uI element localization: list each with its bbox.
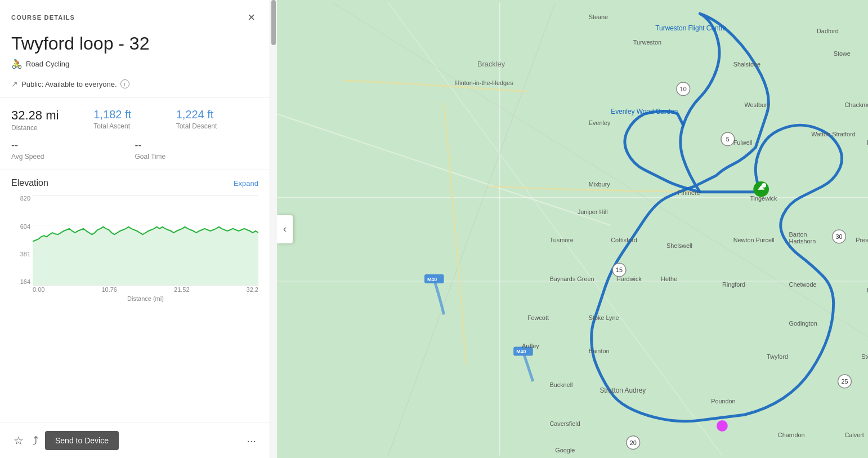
course-details-label: COURSE DETAILS (11, 14, 75, 21)
svg-point-27 (717, 420, 728, 432)
x-label-10: 10.76 (101, 286, 117, 293)
svg-text:Ardley: Ardley (522, 343, 539, 349)
avg-speed-stat: -- Avg Speed (11, 140, 135, 161)
y-label-604: 604 (20, 223, 30, 230)
svg-text:Mixbury: Mixbury (589, 181, 611, 188)
svg-text:Caversfield: Caversfield (549, 420, 580, 427)
svg-text:Calvert: Calvert (844, 432, 863, 438)
visibility-text: Public: Available to everyone. (21, 80, 117, 88)
svg-text:5: 5 (726, 136, 730, 143)
elevation-header: Elevation Expand (11, 178, 258, 188)
descent-stat: 1,224 ft Total Descent (176, 108, 258, 132)
goal-time-label: Goal Time (135, 153, 259, 161)
svg-text:Bucknell: Bucknell (549, 381, 572, 388)
svg-text:Stoke Lyne: Stoke Lyne (589, 314, 619, 321)
svg-text:Shalstone: Shalstone (733, 61, 760, 68)
svg-text:30: 30 (836, 233, 843, 240)
svg-text:20: 20 (630, 439, 637, 446)
info-icon[interactable]: i (120, 79, 129, 88)
svg-text:Barton: Barton (789, 231, 807, 238)
svg-text:Tusmore: Tusmore (549, 237, 573, 243)
descent-value: 1,224 ft (176, 108, 258, 121)
course-type-row: 🚴 Road Cycling (0, 56, 270, 75)
svg-text:M40: M40 (516, 349, 526, 354)
svg-text:Charndon: Charndon (778, 432, 805, 438)
svg-text:Shelswell: Shelswell (666, 242, 692, 249)
svg-text:Tingewick: Tingewick (750, 195, 777, 202)
svg-text:Stowe: Stowe (834, 50, 851, 57)
goal-time-stat: -- Goal Time (135, 140, 259, 161)
grid-line-2 (33, 225, 258, 225)
more-options-button[interactable]: ··· (244, 432, 258, 450)
course-header: COURSE DETAILS × (0, 0, 270, 28)
course-details-panel: COURSE DETAILS × Twyford loop - 32 🚴 Roa… (0, 0, 270, 458)
grid-line-top (33, 195, 258, 195)
distance-stat: 32.28 mi Distance (11, 108, 93, 132)
svg-text:Hinton-in-the-Hedges: Hinton-in-the-Hedges (455, 79, 513, 86)
map-background: M40 M40 10 5 15 30 25 20 (277, 0, 868, 458)
svg-text:Westbury: Westbury (745, 101, 771, 108)
svg-text:Fulwell: Fulwell (733, 139, 753, 146)
svg-text:Evenley Wood Garden: Evenley Wood Garden (611, 108, 678, 115)
expand-button[interactable]: Expand (234, 179, 258, 188)
stats-row-2: -- Avg Speed -- Goal Time (0, 137, 270, 170)
y-label-164: 164 (20, 278, 30, 285)
svg-text:Preston Bissett: Preston Bissett (856, 237, 868, 243)
svg-text:Baynards Green: Baynards Green (549, 275, 594, 282)
share-button[interactable]: ⤴ (30, 432, 41, 450)
svg-text:Cottisford: Cottisford (611, 237, 637, 243)
x-axis-title: Distance (mi) (33, 295, 258, 302)
svg-text:Google: Google (555, 447, 575, 453)
svg-text:10: 10 (680, 86, 687, 92)
elevation-title: Elevation (11, 178, 48, 188)
svg-text:Stratton Audrey: Stratton Audrey (599, 386, 646, 394)
bike-icon: 🚴 (11, 59, 23, 69)
svg-text:Chackmore: Chackmore (844, 101, 868, 108)
grid-line-3 (33, 255, 258, 255)
svg-text:Chetwode: Chetwode (789, 281, 817, 288)
scrollbar-thumb[interactable] (271, 0, 276, 45)
close-button[interactable]: × (244, 10, 258, 25)
course-type-label: Road Cycling (26, 60, 69, 68)
distance-label: Distance (11, 124, 93, 132)
scrollbar-track[interactable] (270, 0, 277, 458)
visibility-row: ↗ Public: Available to everyone. i (0, 75, 270, 98)
course-title: Twyford loop - 32 (0, 28, 270, 56)
elevation-svg (33, 195, 258, 285)
chart-y-labels: 820 604 381 164 (11, 195, 33, 285)
svg-text:M40: M40 (427, 277, 437, 282)
ascent-stat: 1,182 ft Total Ascent (93, 108, 176, 132)
svg-text:Bainton: Bainton (589, 348, 610, 354)
svg-text:Twyford: Twyford (767, 353, 788, 360)
x-label-21: 21.52 (174, 286, 190, 293)
public-icon: ↗ (11, 79, 18, 88)
svg-point-26 (762, 183, 766, 188)
y-label-381: 381 (20, 251, 30, 257)
x-label-0: 0.00 (33, 286, 44, 293)
svg-text:Evenley: Evenley (589, 119, 611, 126)
star-button[interactable]: ☆ (11, 432, 26, 450)
descent-label: Total Descent (176, 122, 258, 130)
svg-text:Fewcott: Fewcott (527, 314, 549, 321)
y-label-820: 820 (20, 195, 30, 202)
svg-text:Hardwick: Hardwick (616, 275, 642, 282)
avg-speed-value: -- (11, 140, 135, 152)
elevation-chart: 820 604 381 164 0.00 (11, 195, 258, 302)
svg-text:Godington: Godington (789, 320, 817, 327)
svg-text:Steane: Steane (589, 14, 608, 20)
send-to-device-button[interactable]: Send to Device (45, 431, 119, 450)
svg-text:Hartshorn: Hartshorn (789, 238, 816, 244)
svg-text:Steeple Claydon: Steeple Claydon (861, 353, 868, 360)
chart-area (33, 195, 258, 285)
svg-text:15: 15 (616, 266, 623, 273)
svg-text:Turweston Flight Centre: Turweston Flight Centre (655, 24, 727, 32)
avg-speed-label: Avg Speed (11, 153, 135, 161)
elevation-section: Elevation Expand 820 604 381 164 (0, 170, 270, 302)
svg-text:Dadford: Dadford (817, 28, 839, 34)
x-label-32: 32.2 (247, 286, 258, 293)
goal-time-value: -- (135, 140, 259, 152)
map-panel: M40 M40 10 5 15 30 25 20 (277, 0, 868, 458)
collapse-panel-button[interactable]: ‹ (277, 215, 293, 243)
svg-text:Brackley: Brackley (477, 60, 505, 68)
ascent-label: Total Ascent (93, 122, 176, 130)
